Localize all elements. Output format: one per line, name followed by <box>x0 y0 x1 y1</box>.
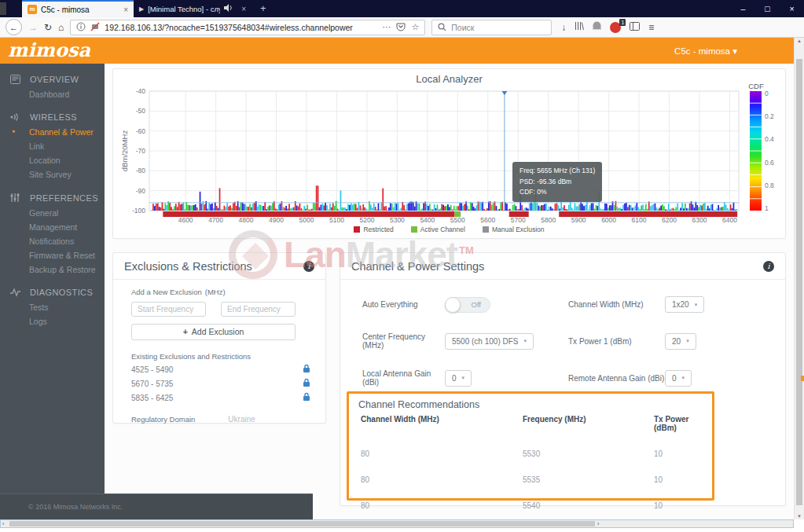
channel-width-mhz-select[interactable]: 1x20▾ <box>665 296 704 313</box>
scroll-left-icon[interactable]: ‹ <box>2 520 4 527</box>
info-icon[interactable]: i <box>763 261 774 272</box>
mimosa-logo: mimosa <box>8 39 90 61</box>
reload-button[interactable]: ↻ <box>44 23 52 32</box>
chart-tooltip: Freq: 5655 MHz (Ch 131)PSD: -95.36 dBmCD… <box>512 162 602 202</box>
center-frequency-mhz-label: Center Frequency (MHz) <box>362 332 445 350</box>
table-cell: 5540 <box>523 501 654 510</box>
svg-text:-40: -40 <box>136 87 146 95</box>
legend-label: Active Channel <box>420 226 465 233</box>
end-frequency-input[interactable]: End Frequency <box>221 302 296 317</box>
search-bar[interactable]: Поиск <box>431 20 552 35</box>
horizontal-scroll-thumb[interactable] <box>9 521 595 526</box>
back-button[interactable]: ← <box>6 19 22 35</box>
legend-item: Restricted <box>354 226 393 233</box>
site-info-icon[interactable] <box>76 20 86 35</box>
new-tab-button[interactable]: + <box>251 0 275 17</box>
exclusion-range: 4525 - 5490 <box>131 365 303 374</box>
sidebar-item-management[interactable]: Management <box>0 220 105 234</box>
tab-minimal-techno[interactable]: ▶ [Minimal Techno] - слушат × <box>134 0 251 17</box>
svg-text:-60: -60 <box>136 127 146 135</box>
scroll-right-icon[interactable]: › <box>597 520 599 527</box>
info-icon[interactable]: i <box>303 261 314 272</box>
column-header: Tx Power (dBm) <box>654 415 712 432</box>
svg-text:5000: 5000 <box>299 216 314 224</box>
add-exclusion-label: Add a New Exclusion(MHz) <box>131 288 325 296</box>
tab-close-icon[interactable]: × <box>119 6 128 14</box>
tooltip-line: CDF: 0% <box>519 187 595 198</box>
plugin-blocked-icon[interactable] <box>90 20 100 35</box>
auto-everything-toggle[interactable]: Off <box>445 297 490 313</box>
vertical-scroll-thumb[interactable] <box>796 59 802 505</box>
chevron-down-icon: ▾ <box>524 338 527 344</box>
sidebar-item-site-survey[interactable]: Site Survey <box>0 167 105 182</box>
home-button[interactable]: ⌂ <box>58 23 64 32</box>
exclusion-item: 5670 - 5735 <box>131 378 310 389</box>
sidebar-item-tests[interactable]: Tests <box>0 300 105 314</box>
remote-antenna-gain-dbi-select[interactable]: 0▾ <box>665 370 692 387</box>
minimize-button[interactable]: – <box>731 0 755 17</box>
channel-recommendations-box: Channel Recommendations Channel Width (M… <box>347 391 714 501</box>
sidebar-item-notifications[interactable]: Notifications <box>0 234 105 248</box>
tab-close-icon[interactable]: × <box>237 5 246 13</box>
svg-text:-50: -50 <box>136 107 146 115</box>
add-exclusion-button[interactable]: +Add Exclusion <box>131 324 296 340</box>
library-icon[interactable] <box>575 21 584 33</box>
horizontal-scrollbar[interactable]: ‹ › <box>0 519 794 528</box>
table-row: 80553010 <box>349 449 712 458</box>
sidebar-toggle-icon[interactable] <box>630 22 640 33</box>
sidebar-item-general[interactable]: General <box>0 206 105 220</box>
svg-text:6400: 6400 <box>722 216 737 224</box>
sidebar-section-label: OVERVIEW <box>30 75 79 84</box>
downloads-icon[interactable]: ↓ <box>561 22 566 33</box>
sidebar-item-backup-restore[interactable]: Backup & Restore <box>0 262 105 277</box>
svg-text:4600: 4600 <box>178 216 193 224</box>
lock-icon <box>303 364 310 375</box>
menu-icon[interactable]: ≡ <box>648 22 654 33</box>
table-cell: 80 <box>361 501 523 510</box>
sidebar-item-label: Dashboard <box>29 90 69 99</box>
scroll-down-icon[interactable]: ▼ <box>795 514 804 519</box>
scroll-up-icon[interactable]: ▲ <box>795 39 804 43</box>
sidebar-item-logs[interactable]: Logs <box>0 314 105 328</box>
tab-c5c-mimosa[interactable]: m C5c - mimosa × <box>22 0 134 17</box>
local-antenna-gain-dbi-label: Local Antenna Gain (dBi) <box>362 369 445 387</box>
speaker-icon[interactable] <box>224 4 233 13</box>
local-antenna-gain-dbi-select[interactable]: 0▾ <box>445 370 472 387</box>
svg-text:5600: 5600 <box>480 216 495 224</box>
sidebar-item-label: Logs <box>29 317 47 326</box>
tx-power-1-dbm-label: Tx Power 1 (dBm) <box>568 337 665 346</box>
tx-power-1-dbm-select[interactable]: 20▾ <box>665 333 696 350</box>
page-actions-icon[interactable]: ⋯ <box>382 22 391 32</box>
sidebar-item-dashboard[interactable]: Dashboard <box>0 87 105 101</box>
bookmark-star-icon[interactable]: ☆ <box>411 22 419 32</box>
table-cell: 5530 <box>523 449 654 458</box>
existing-exclusions-label: Existing Exclusions and Restrictions <box>131 352 325 361</box>
diagnostics-icon <box>10 288 23 297</box>
start-frequency-input[interactable]: Start Frequency <box>131 302 206 317</box>
center-frequency-mhz-select[interactable]: 5500 (ch 100) DFS▾ <box>445 333 534 350</box>
sidebar-item-label: Channel & Power <box>29 127 94 137</box>
device-menu[interactable]: C5c - mimosa ▾ <box>674 46 737 57</box>
sidebar-item-link[interactable]: Link <box>0 139 105 153</box>
url-bar[interactable]: 192.168.106.13/?nocache=1519375648034#wi… <box>70 20 425 35</box>
ghostery-icon[interactable] <box>593 21 601 33</box>
svg-text:5300: 5300 <box>390 216 405 224</box>
sidebar-item-location[interactable]: Location <box>0 153 105 167</box>
sidebar-item-firmware-reset[interactable]: Firmware & Reset <box>0 248 105 262</box>
device-menu-label: C5c - mimosa <box>674 46 730 56</box>
url-text[interactable]: 192.168.106.13/?nocache=1519375648034#wi… <box>105 23 377 32</box>
exclusion-item: 4525 - 5490 <box>131 364 310 375</box>
sidebar-item-channel-power[interactable]: ●Channel & Power <box>0 125 105 139</box>
close-button[interactable]: × <box>780 0 804 17</box>
regulatory-domain-label: Regulatory Domain <box>131 415 195 424</box>
maximize-button[interactable]: □ <box>755 0 780 17</box>
vertical-scrollbar[interactable]: ▲ ▼ <box>794 38 804 519</box>
page-content: mimosa C5c - mimosa ▾ OVERVIEWDashboardW… <box>0 38 794 519</box>
spectrum-chart[interactable]: -40-50-60-70-80-90-100460047004800490050… <box>116 83 780 229</box>
recommendations-title: Channel Recommendations <box>358 399 712 410</box>
pocket-icon[interactable] <box>396 22 406 33</box>
overview-icon <box>10 75 23 84</box>
forward-button[interactable]: → <box>28 23 38 32</box>
svg-text:4700: 4700 <box>208 216 223 224</box>
adblock-icon[interactable]: 1 <box>610 22 621 33</box>
